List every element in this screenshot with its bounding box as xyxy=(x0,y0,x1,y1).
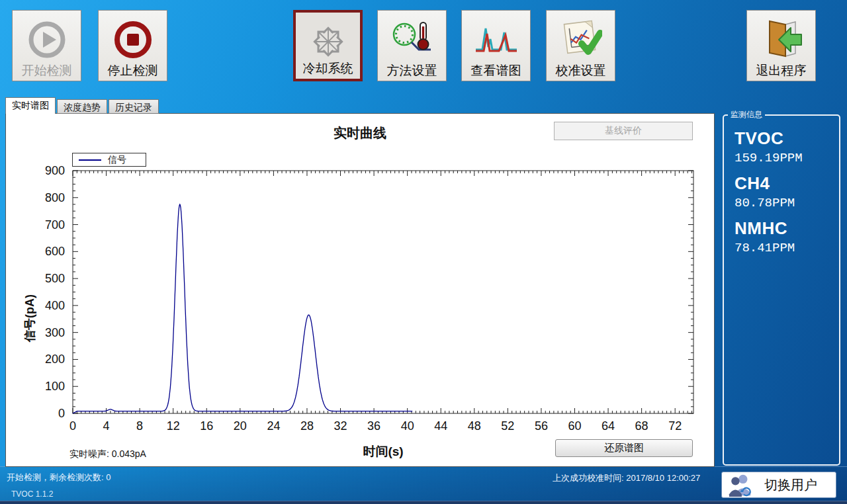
stop-detection-label: 停止检测 xyxy=(108,63,158,78)
clock-thermometer-icon xyxy=(378,16,446,63)
snowflake-icon xyxy=(296,18,360,65)
svg-text:4: 4 xyxy=(103,419,110,433)
status-bar xyxy=(0,466,847,501)
svg-text:52: 52 xyxy=(501,419,514,433)
status-version-text: TVOC 1.1.2 xyxy=(11,489,53,499)
tab-realtime-spectrum[interactable]: 实时谱图 xyxy=(5,97,56,114)
start-detection-button[interactable]: 开始检测 xyxy=(12,10,81,81)
cooling-system-button[interactable]: 冷却系统 xyxy=(293,10,363,81)
svg-text:64: 64 xyxy=(602,419,615,433)
svg-text:56: 56 xyxy=(535,419,548,433)
monitoring-info-title: 监测信息 xyxy=(728,109,765,120)
svg-text:32: 32 xyxy=(334,419,347,433)
exit-program-button[interactable]: 退出程序 xyxy=(746,10,816,81)
svg-text:600: 600 xyxy=(45,245,65,258)
svg-text:300: 300 xyxy=(45,326,65,339)
svg-text:40: 40 xyxy=(401,419,414,433)
view-spectrum-label: 查看谱图 xyxy=(471,63,521,78)
svg-text:72: 72 xyxy=(668,419,682,433)
signal-curve xyxy=(73,204,412,413)
exit-door-icon xyxy=(747,16,815,63)
reading-nmhc-value: 78.41PPM xyxy=(735,241,839,255)
app-window: 开始检测 停止检测 xyxy=(0,0,847,504)
reading-tvoc-value: 159.19PPM xyxy=(735,151,839,165)
svg-text:12: 12 xyxy=(167,419,180,433)
reading-nmhc: NMHC 78.41PPM xyxy=(724,218,839,255)
realtime-spectrum-panel: 实时曲线 基线评价 信号 048121620242832364044485256… xyxy=(5,113,715,467)
tab-bar: 实时谱图 浓度趋势 历史记录 xyxy=(5,97,159,114)
svg-text:0: 0 xyxy=(69,419,76,433)
svg-text:44: 44 xyxy=(434,419,447,433)
reading-tvoc-name: TVOC xyxy=(735,128,839,149)
calibration-settings-button[interactable]: 校准设置 xyxy=(546,10,615,81)
switch-user-icon xyxy=(727,472,754,497)
reading-ch4-value: 80.78PPM xyxy=(735,196,839,210)
chromatogram-peaks-icon xyxy=(462,16,530,63)
realtime-noise-readout: 实时噪声: 0.043pA xyxy=(69,448,146,460)
reading-tvoc: TVOC 159.19PPM xyxy=(724,128,839,165)
signal-plot: 0481216202428323640444852566064687201002… xyxy=(6,114,714,466)
svg-text:400: 400 xyxy=(45,299,65,312)
taskbar-strip xyxy=(0,501,847,504)
stop-icon xyxy=(99,16,167,63)
svg-text:800: 800 xyxy=(45,191,65,204)
calibration-settings-label: 校准设置 xyxy=(556,63,606,78)
svg-text:24: 24 xyxy=(267,419,280,433)
svg-text:500: 500 xyxy=(45,272,65,285)
svg-text:700: 700 xyxy=(45,218,65,231)
switch-user-button[interactable]: 切换用户 xyxy=(721,472,836,498)
stop-detection-button[interactable]: 停止检测 xyxy=(98,10,167,81)
svg-text:28: 28 xyxy=(300,419,314,433)
restore-spectrum-button[interactable]: 还原谱图 xyxy=(555,439,693,457)
method-settings-button[interactable]: 方法设置 xyxy=(377,10,447,81)
monitoring-info-panel: 监测信息 TVOC 159.19PPM CH4 80.78PPM NMHC 78… xyxy=(723,109,840,466)
svg-text:48: 48 xyxy=(468,419,481,433)
reading-nmhc-name: NMHC xyxy=(735,218,839,239)
status-detection-text: 开始检测，剩余检测次数: 0 xyxy=(7,472,111,483)
reading-ch4-name: CH4 xyxy=(735,173,839,194)
tab-concentration-trend[interactable]: 浓度趋势 xyxy=(57,99,107,114)
reading-ch4: CH4 80.78PPM xyxy=(724,173,839,210)
svg-text:36: 36 xyxy=(367,419,380,433)
chart-check-icon xyxy=(547,16,615,63)
svg-text:900: 900 xyxy=(45,164,65,177)
status-calibration-time: 上次成功校准时间: 2017/8/10 12:00:27 xyxy=(553,472,700,484)
svg-text:200: 200 xyxy=(45,353,65,366)
switch-user-label: 切换用户 xyxy=(764,476,817,494)
tab-history[interactable]: 历史记录 xyxy=(109,99,159,114)
svg-text:0: 0 xyxy=(58,407,65,420)
svg-text:60: 60 xyxy=(568,419,581,433)
svg-text:8: 8 xyxy=(136,419,143,433)
method-settings-label: 方法设置 xyxy=(387,63,437,78)
svg-text:100: 100 xyxy=(45,380,65,393)
svg-text:20: 20 xyxy=(234,419,247,433)
view-spectrum-button[interactable]: 查看谱图 xyxy=(461,10,531,81)
start-detection-label: 开始检测 xyxy=(22,63,72,78)
svg-text:16: 16 xyxy=(200,419,213,433)
play-icon xyxy=(13,16,81,63)
y-axis-label: 信号(pA) xyxy=(22,294,38,342)
svg-text:68: 68 xyxy=(635,419,648,433)
exit-program-label: 退出程序 xyxy=(756,63,807,78)
